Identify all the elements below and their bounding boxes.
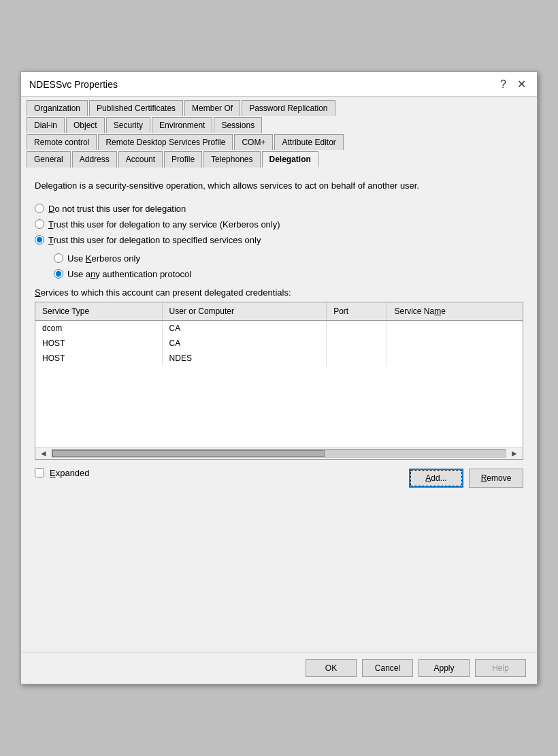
footer: OK Cancel Apply Help [21,652,537,684]
apply-button[interactable]: Apply [419,659,470,677]
radio-no-trust-input[interactable] [35,204,44,213]
table-row-empty [35,366,523,393]
table-row[interactable]: dcom CA [35,320,523,336]
help-button[interactable]: ? [497,78,509,91]
table-row-empty [35,420,523,447]
radio-specified-input[interactable] [35,235,44,245]
radio-no-trust-label: Do not trust this user for delegation [48,204,186,214]
dialog-title: NDESSvc Properties [29,79,118,90]
tab-attribute-editor[interactable]: Attribute Editor [274,134,343,150]
cell-port [327,351,387,366]
tab-profile[interactable]: Profile [164,151,202,168]
col-port: Port [327,302,387,321]
col-service-type: Service Type [35,302,162,321]
content-area: Delegation is a security-sensitive opera… [21,168,537,652]
tabs-row-2: Dial-in Object Security Environment Sess… [27,116,531,132]
radio-any-service-input[interactable] [35,219,44,229]
radio-any-protocol-label: Use any authentication protocol [67,269,191,279]
col-service-name: Service Name [387,302,523,321]
tab-published-certificates[interactable]: Published Certificates [89,100,183,116]
help-footer-button[interactable]: Help [475,659,526,677]
tab-dial-in[interactable]: Dial-in [27,117,65,133]
cell-user-computer: CA [162,336,327,351]
tab-member-of[interactable]: Member Of [184,100,240,116]
cancel-button[interactable]: Cancel [362,659,413,677]
delegation-radio-group: Do not trust this user for delegation Tr… [35,204,523,245]
scroll-left-arrow[interactable]: ◀ [38,450,49,457]
cell-service-type: HOST [35,336,162,351]
tab-environment[interactable]: Environment [152,117,212,133]
services-label: Services to which this account can prese… [35,287,523,298]
description-text: Delegation is a security-sensitive opera… [35,179,523,193]
dialog: NDESSvc Properties ? ✕ Organization Publ… [20,72,538,684]
tabs-container: Organization Published Certificates Memb… [21,97,537,168]
remove-button[interactable]: Remove [469,469,523,488]
radio-any-protocol[interactable]: Use any authentication protocol [54,269,523,279]
tab-object[interactable]: Object [66,117,105,133]
cell-user-computer: CA [162,320,327,336]
horizontal-scrollbar[interactable]: ◀ ▶ [35,447,523,459]
tabs-row-3: Remote control Remote Desktop Services P… [27,133,531,149]
tab-delegation[interactable]: Delegation [262,151,318,168]
cell-service-name [387,351,523,366]
tab-organization[interactable]: Organization [27,100,88,116]
add-button[interactable]: Add... [409,469,463,488]
tab-password-replication[interactable]: Password Replication [242,100,335,116]
radio-kerberos-label: Use Kerberos only [67,253,140,264]
radio-specified-label: Trust this user for delegation to specif… [48,235,261,245]
cell-port [327,320,387,336]
tab-general[interactable]: General [27,151,71,168]
services-table-container: Service Type User or Computer Port Servi… [35,302,523,460]
col-user-computer: User or Computer [162,302,327,321]
sub-radio-group: Use Kerberos only Use any authentication… [54,253,523,279]
expanded-checkbox[interactable] [35,468,44,477]
radio-specified-services[interactable]: Trust this user for delegation to specif… [35,235,523,245]
services-table: Service Type User or Computer Port Servi… [35,302,523,447]
table-row[interactable]: HOST NDES [35,351,523,366]
title-bar-controls: ? ✕ [497,78,529,91]
tab-security[interactable]: Security [106,117,150,133]
cell-service-name [387,336,523,351]
tabs-row-4: General Address Account Profile Telephon… [27,151,531,167]
table-row-empty [35,393,523,420]
radio-any-service[interactable]: Trust this user for delegation to any se… [35,219,523,230]
expanded-label: Expanded [50,468,90,478]
ok-button[interactable]: OK [306,659,357,677]
radio-kerberos-input[interactable] [54,253,63,263]
cell-port [327,336,387,351]
close-button[interactable]: ✕ [514,78,529,91]
title-bar: NDESSvc Properties ? ✕ [21,72,537,97]
scroll-track[interactable] [52,450,506,458]
tab-remote-control[interactable]: Remote control [27,134,97,150]
radio-any-service-label: Trust this user for delegation to any se… [48,219,280,230]
scroll-right-arrow[interactable]: ▶ [509,450,520,457]
tabs-row-1: Organization Published Certificates Memb… [27,99,531,115]
tab-telephones[interactable]: Telephones [203,151,260,168]
tab-com-plus[interactable]: COM+ [234,134,273,150]
cell-service-type: HOST [35,351,162,366]
tab-sessions[interactable]: Sessions [214,117,262,133]
table-row[interactable]: HOST CA [35,336,523,351]
cell-service-type: dcom [35,320,162,336]
radio-no-trust[interactable]: Do not trust this user for delegation [35,204,523,214]
scroll-thumb[interactable] [52,450,325,457]
cell-user-computer: NDES [162,351,327,366]
radio-any-protocol-input[interactable] [54,269,63,279]
add-remove-buttons: Add... Remove [409,469,523,488]
tab-address[interactable]: Address [72,151,117,168]
table-header-row: Service Type User or Computer Port Servi… [35,302,523,321]
tab-account[interactable]: Account [118,151,163,168]
expanded-checkbox-label[interactable]: Expanded [35,468,90,478]
tab-remote-desktop[interactable]: Remote Desktop Services Profile [98,134,233,150]
cell-service-name [387,320,523,336]
radio-kerberos-only[interactable]: Use Kerberos only [54,253,523,264]
